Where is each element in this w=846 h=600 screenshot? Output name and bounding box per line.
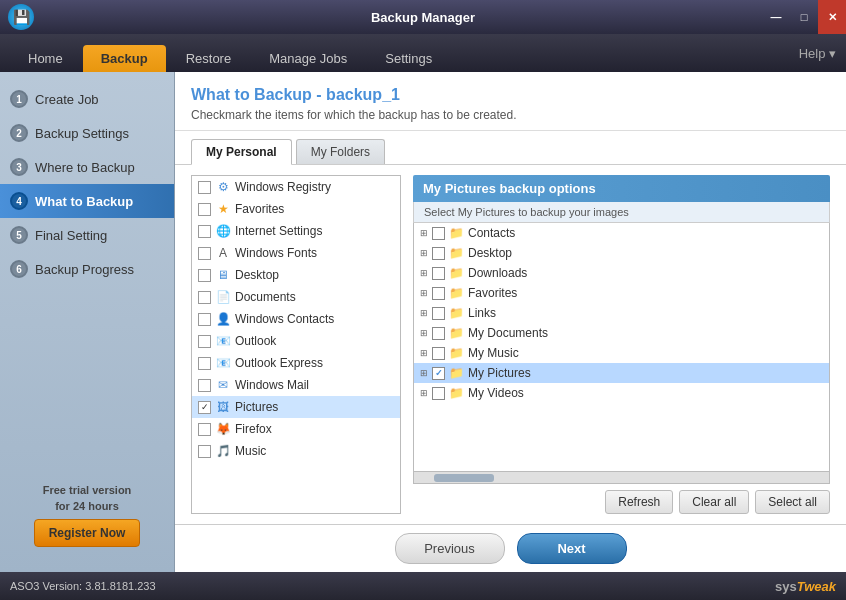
sidebar-item-backup-progress[interactable]: 6 Backup Progress — [0, 252, 174, 286]
file-item-outlook-express[interactable]: 📧 Outlook Express — [192, 352, 400, 374]
tree-checkbox-contacts[interactable] — [432, 227, 445, 240]
expand-favorites[interactable]: ⊞ — [418, 287, 430, 299]
expand-desktop[interactable]: ⊞ — [418, 247, 430, 259]
tab-my-folders[interactable]: My Folders — [296, 139, 385, 164]
tree-item-desktop[interactable]: ⊞ 📁 Desktop — [414, 243, 829, 263]
sidebar-label-backup-progress: Backup Progress — [35, 262, 134, 277]
sidebar-spacer — [0, 286, 174, 473]
icon-outlook: 📧 — [215, 333, 231, 349]
expand-downloads[interactable]: ⊞ — [418, 267, 430, 279]
tree-checkbox-desktop[interactable] — [432, 247, 445, 260]
next-button[interactable]: Next — [517, 533, 627, 564]
expand-my-videos[interactable]: ⊞ — [418, 387, 430, 399]
checkbox-documents[interactable] — [198, 291, 211, 304]
brand-logo: sysTweak — [775, 579, 836, 594]
file-item-internet-settings[interactable]: 🌐 Internet Settings — [192, 220, 400, 242]
right-panel: My Pictures backup options Select My Pic… — [413, 175, 830, 514]
icon-windows-contacts: 👤 — [215, 311, 231, 327]
tree-item-downloads[interactable]: ⊞ 📁 Downloads — [414, 263, 829, 283]
sidebar-item-create-job[interactable]: 1 Create Job — [0, 82, 174, 116]
file-item-firefox[interactable]: 🦊 Firefox — [192, 418, 400, 440]
checkbox-outlook-express[interactable] — [198, 357, 211, 370]
tab-restore[interactable]: Restore — [168, 45, 250, 72]
tree-item-my-documents[interactable]: ⊞ 📁 My Documents — [414, 323, 829, 343]
expand-my-pictures[interactable]: ⊞ — [418, 367, 430, 379]
expand-my-music[interactable]: ⊞ — [418, 347, 430, 359]
minimize-button[interactable]: — — [762, 0, 790, 34]
checkbox-windows-fonts[interactable] — [198, 247, 211, 260]
checkbox-outlook[interactable] — [198, 335, 211, 348]
right-panel-subtitle: Select My Pictures to backup your images — [413, 202, 830, 223]
icon-firefox: 🦊 — [215, 421, 231, 437]
file-item-windows-mail[interactable]: ✉ Windows Mail — [192, 374, 400, 396]
icon-windows-registry: ⚙ — [215, 179, 231, 195]
icon-internet-settings: 🌐 — [215, 223, 231, 239]
status-bar: ASO3 Version: 3.81.8181.233 sysTweak — [0, 572, 846, 600]
close-button[interactable]: ✕ — [818, 0, 846, 34]
file-item-favorites[interactable]: ★ Favorites — [192, 198, 400, 220]
sidebar-item-backup-settings[interactable]: 2 Backup Settings — [0, 116, 174, 150]
checkbox-windows-mail[interactable] — [198, 379, 211, 392]
file-item-desktop[interactable]: 🖥 Desktop — [192, 264, 400, 286]
checkbox-desktop[interactable] — [198, 269, 211, 282]
horizontal-scrollbar[interactable] — [413, 472, 830, 484]
file-item-outlook[interactable]: 📧 Outlook — [192, 330, 400, 352]
tree-item-contacts[interactable]: ⊞ 📁 Contacts — [414, 223, 829, 243]
tree-item-my-pictures[interactable]: ⊞ ✓ 📁 My Pictures — [414, 363, 829, 383]
expand-contacts[interactable]: ⊞ — [418, 227, 430, 239]
expand-my-documents[interactable]: ⊞ — [418, 327, 430, 339]
tab-manage-jobs[interactable]: Manage Jobs — [251, 45, 365, 72]
brand-sys: sys — [775, 579, 797, 594]
checkbox-pictures[interactable]: ✓ — [198, 401, 211, 414]
sidebar-label-where-to-backup: Where to Backup — [35, 160, 135, 175]
sidebar-item-where-to-backup[interactable]: 3 Where to Backup — [0, 150, 174, 184]
tab-settings[interactable]: Settings — [367, 45, 450, 72]
icon-windows-mail: ✉ — [215, 377, 231, 393]
previous-button[interactable]: Previous — [395, 533, 505, 564]
file-item-music[interactable]: 🎵 Music — [192, 440, 400, 462]
expand-links[interactable]: ⊞ — [418, 307, 430, 319]
tree-checkbox-downloads[interactable] — [432, 267, 445, 280]
folder-icon-downloads: 📁 — [448, 265, 464, 281]
checkbox-windows-contacts[interactable] — [198, 313, 211, 326]
h-scroll-thumb[interactable] — [434, 474, 494, 482]
sidebar-item-what-to-backup[interactable]: 4 What to Backup — [0, 184, 174, 218]
checkbox-music[interactable] — [198, 445, 211, 458]
file-item-windows-contacts[interactable]: 👤 Windows Contacts — [192, 308, 400, 330]
tree-checkbox-my-pictures[interactable]: ✓ — [432, 367, 445, 380]
title-suffix: - backup_1 — [316, 86, 400, 103]
tree-checkbox-links[interactable] — [432, 307, 445, 320]
checkbox-windows-registry[interactable] — [198, 181, 211, 194]
tab-backup[interactable]: Backup — [83, 45, 166, 72]
help-button[interactable]: Help ▾ — [799, 46, 836, 61]
sidebar: 1 Create Job 2 Backup Settings 3 Where t… — [0, 72, 175, 572]
content-subtitle: Checkmark the items for which the backup… — [191, 108, 830, 122]
clear-all-button[interactable]: Clear all — [679, 490, 749, 514]
tab-home[interactable]: Home — [10, 45, 81, 72]
checkbox-favorites[interactable] — [198, 203, 211, 216]
tab-my-personal[interactable]: My Personal — [191, 139, 292, 165]
tree-checkbox-my-music[interactable] — [432, 347, 445, 360]
file-item-windows-fonts[interactable]: A Windows Fonts — [192, 242, 400, 264]
tree-checkbox-my-documents[interactable] — [432, 327, 445, 340]
file-item-documents[interactable]: 📄 Documents — [192, 286, 400, 308]
tree-item-links[interactable]: ⊞ 📁 Links — [414, 303, 829, 323]
checkbox-firefox[interactable] — [198, 423, 211, 436]
tree-item-favorites[interactable]: ⊞ 📁 Favorites — [414, 283, 829, 303]
tree-item-my-videos[interactable]: ⊞ 📁 My Videos — [414, 383, 829, 403]
checkbox-internet-settings[interactable] — [198, 225, 211, 238]
refresh-button[interactable]: Refresh — [605, 490, 673, 514]
tree-checkbox-my-videos[interactable] — [432, 387, 445, 400]
file-item-pictures[interactable]: ✓ 🖼 Pictures — [192, 396, 400, 418]
sidebar-item-final-setting[interactable]: 5 Final Setting — [0, 218, 174, 252]
register-now-button[interactable]: Register Now — [34, 519, 141, 547]
select-all-button[interactable]: Select all — [755, 490, 830, 514]
file-item-windows-registry[interactable]: ⚙ Windows Registry — [192, 176, 400, 198]
step-3-circle: 3 — [10, 158, 28, 176]
sidebar-label-what-to-backup: What to Backup — [35, 194, 133, 209]
tree-item-my-music[interactable]: ⊞ 📁 My Music — [414, 343, 829, 363]
tree-checkbox-favorites[interactable] — [432, 287, 445, 300]
maximize-button[interactable]: □ — [790, 0, 818, 34]
sidebar-label-create-job: Create Job — [35, 92, 99, 107]
tree-container[interactable]: ⊞ 📁 Contacts ⊞ 📁 Desktop ⊞ 📁 — [413, 223, 830, 472]
